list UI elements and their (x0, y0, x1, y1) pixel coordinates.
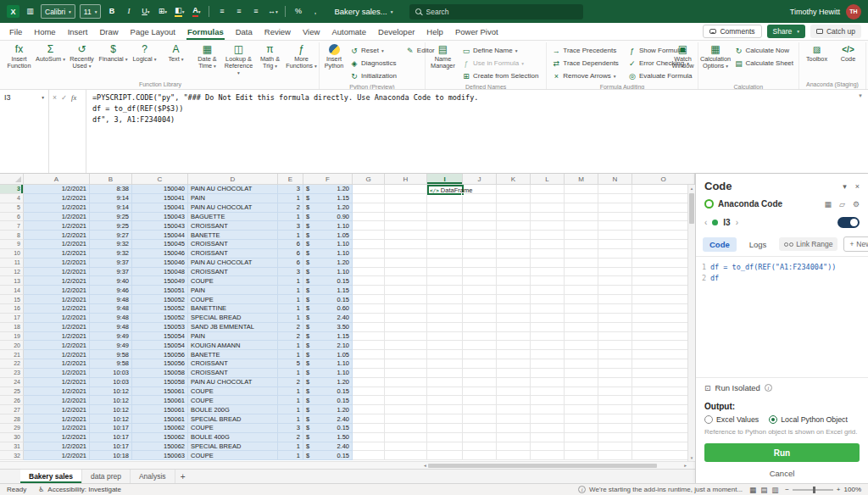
cell-unit-price[interactable]: $1.15 (303, 286, 353, 295)
cell-ticket[interactable]: 150041 (132, 194, 188, 203)
cell-empty[interactable] (497, 405, 531, 414)
theme-toggle[interactable] (837, 217, 860, 228)
cell-empty[interactable] (632, 203, 695, 213)
comments-button[interactable]: Comments (703, 25, 761, 38)
row-number[interactable]: 32 (0, 451, 24, 460)
cell-empty[interactable] (427, 359, 463, 369)
cell-empty[interactable] (497, 424, 531, 433)
cell-ticket[interactable]: 150062 (132, 424, 188, 433)
scrollbar-thumb[interactable] (428, 464, 657, 468)
cell-ticket[interactable]: 150052 (132, 304, 188, 314)
cell-empty[interactable] (427, 369, 463, 378)
cell-empty[interactable] (385, 185, 427, 194)
cell-empty[interactable] (632, 387, 695, 397)
column-header[interactable]: A (24, 174, 90, 184)
excel-logo-icon[interactable]: X (7, 5, 19, 18)
row-number[interactable]: 6 (0, 213, 24, 222)
cell-empty[interactable] (598, 396, 632, 405)
cell-time[interactable]: 9:32 (90, 240, 132, 249)
cell-empty[interactable] (463, 396, 497, 405)
cell-empty[interactable] (353, 433, 385, 442)
cell-empty[interactable] (427, 295, 463, 304)
cell-article[interactable]: COUPE (188, 276, 278, 286)
cell-article[interactable]: COUPE (188, 424, 278, 433)
cell-date[interactable]: 1/2/2021 (24, 268, 90, 277)
cell-empty[interactable] (531, 405, 565, 414)
row-number[interactable]: 31 (0, 442, 24, 452)
cell-empty[interactable] (427, 259, 463, 268)
cell-unit-price[interactable]: $0.90 (303, 213, 353, 222)
cell-quantity[interactable]: 6 (278, 249, 303, 259)
cell-article[interactable]: PAIN AU CHOCOLAT (188, 259, 278, 268)
font-name-select[interactable]: Calibri▾ (41, 4, 75, 19)
zoom-in-button[interactable]: + (837, 486, 841, 493)
cell-empty[interactable] (531, 259, 565, 268)
cell-quantity[interactable]: 1 (278, 451, 303, 460)
cell-empty[interactable] (565, 249, 598, 259)
cell-empty[interactable] (463, 203, 497, 213)
ribbon-small-button[interactable]: ▭ Define Name ▾ (459, 44, 544, 57)
cell-empty[interactable] (531, 185, 565, 194)
cell-empty[interactable] (463, 332, 497, 342)
cell-empty[interactable] (427, 424, 463, 433)
cell-date[interactable]: 1/2/2021 (24, 203, 90, 213)
cell-empty[interactable] (598, 231, 632, 240)
cell-empty[interactable] (531, 369, 565, 378)
ribbon-small-button[interactable]: × Remove Arrows ▾ (548, 70, 625, 82)
underline-button[interactable]: U▾ (139, 4, 152, 19)
cell-quantity[interactable]: 2 (278, 332, 303, 342)
cell-empty[interactable] (531, 341, 565, 350)
cell-unit-price[interactable]: $1.15 (303, 194, 353, 203)
cell-date[interactable]: 1/2/2021 (24, 213, 90, 222)
cell-empty[interactable] (565, 304, 598, 314)
cell-empty[interactable] (385, 203, 427, 213)
page-break-view-icon[interactable]: ▥ (771, 486, 778, 494)
align-left-button[interactable]: ≡ (215, 4, 228, 19)
sheet-tab-data-prep[interactable]: data prep (82, 470, 131, 483)
cell-empty[interactable] (463, 424, 497, 433)
cell-empty[interactable] (463, 259, 497, 268)
selected-cell-I3[interactable]: </> DataFrame (427, 185, 464, 195)
cell-empty[interactable] (565, 240, 598, 249)
cell-empty[interactable] (463, 249, 497, 259)
cell-ticket[interactable]: 150053 (132, 323, 188, 332)
cell-ticket[interactable]: 150040 (132, 185, 188, 194)
cell-empty[interactable] (463, 378, 497, 387)
menu-tab[interactable]: Data (230, 23, 259, 40)
row-number[interactable]: 28 (0, 414, 24, 424)
cell-article[interactable]: PAIN AU CHOCOLAT (188, 185, 278, 194)
cell-quantity[interactable]: 1 (278, 194, 303, 203)
select-all-corner[interactable] (0, 174, 24, 184)
cell-unit-price[interactable]: $0.15 (303, 424, 353, 433)
row-number[interactable]: 5 (0, 203, 24, 213)
cell-empty[interactable] (632, 341, 695, 350)
cell-empty[interactable] (632, 350, 695, 359)
cell-date[interactable]: 1/2/2021 (24, 323, 90, 332)
cell-quantity[interactable]: 5 (278, 359, 303, 369)
cell-empty[interactable] (353, 341, 385, 350)
cell-empty[interactable] (497, 240, 531, 249)
cell-empty[interactable] (531, 396, 565, 405)
collapse-formula-bar-icon[interactable]: ▾ (853, 90, 868, 173)
row-number[interactable]: 16 (0, 304, 24, 314)
cell-empty[interactable] (497, 194, 531, 203)
cell-quantity[interactable]: 6 (278, 240, 303, 249)
cell-empty[interactable] (565, 213, 598, 222)
cell-empty[interactable] (531, 221, 565, 231)
cell-empty[interactable] (385, 396, 427, 405)
column-header[interactable]: G (353, 174, 385, 184)
cell-empty[interactable] (385, 295, 427, 304)
cell-empty[interactable] (531, 314, 565, 323)
cell-empty[interactable] (427, 350, 463, 359)
cell-empty[interactable] (427, 341, 463, 350)
cell-unit-price[interactable]: $1.10 (303, 369, 353, 378)
cell-empty[interactable] (598, 286, 632, 295)
cell-unit-price[interactable]: $1.20 (303, 203, 353, 213)
column-header[interactable]: B (90, 174, 132, 184)
cell-empty[interactable] (497, 369, 531, 378)
cell-quantity[interactable]: 1 (278, 350, 303, 359)
cell-empty[interactable] (353, 304, 385, 314)
ribbon-button[interactable]: π Math & Trig ▾ (254, 42, 286, 81)
sheet-tab-bakery-sales[interactable]: Bakery sales (20, 470, 82, 483)
cell-empty[interactable] (531, 414, 565, 424)
